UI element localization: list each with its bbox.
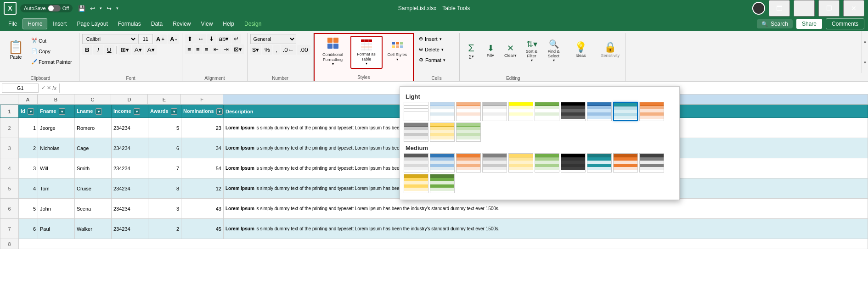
align-left-button[interactable]: ≡ <box>185 45 193 54</box>
conditional-formatting-button[interactable]: Conditional Formatting ▾ <box>317 36 349 67</box>
col-header-a[interactable]: A <box>18 95 38 104</box>
share-button[interactable]: Share <box>796 19 822 29</box>
cell-2-fname[interactable]: Jeorge <box>38 118 75 138</box>
format-as-table-button[interactable]: Format as Table ▾ <box>350 36 383 69</box>
fname-filter-btn[interactable]: ▾ <box>59 108 65 115</box>
menu-formulas[interactable]: Formulas <box>113 19 146 29</box>
cell-7-nominations[interactable]: 45 <box>181 219 224 239</box>
table-style-light-7[interactable] <box>561 102 586 121</box>
table-style-medium-1[interactable] <box>404 153 428 173</box>
table-style-light-6[interactable] <box>535 102 559 121</box>
name-box[interactable] <box>2 84 39 93</box>
table-style-light-3[interactable] <box>456 102 481 121</box>
font-color-button[interactable]: A▾ <box>145 45 157 55</box>
menu-design[interactable]: Design <box>240 19 266 29</box>
decrease-indent-button[interactable]: ⇤ <box>211 45 221 54</box>
orientation-button[interactable]: ab▾ <box>217 34 231 44</box>
cell-5-lname[interactable]: Cruise <box>75 178 112 199</box>
cell-5-id[interactable]: 4 <box>19 178 38 199</box>
autosave-switch[interactable] <box>48 5 61 11</box>
cell-7-awards[interactable]: 2 <box>148 219 181 239</box>
sort-filter-button[interactable]: ⇅▾ Sort &Filter ▾ <box>522 35 542 66</box>
menu-insert[interactable]: Insert <box>48 19 71 29</box>
cell-4-income[interactable]: 234234 <box>112 158 148 178</box>
cell-3-fname[interactable]: Nicholas <box>38 138 75 158</box>
function-fx[interactable]: fx <box>52 85 56 91</box>
cell-5-awards[interactable]: 8 <box>148 178 181 199</box>
search-box[interactable]: 🔍 Search <box>757 19 793 28</box>
table-style-medium-3[interactable] <box>456 153 481 173</box>
menu-help[interactable]: Help <box>218 19 239 29</box>
cell-4-nominations[interactable]: 54 <box>181 158 224 178</box>
function-x[interactable]: ✕ <box>47 85 51 91</box>
minimize-button[interactable]: — <box>794 0 815 17</box>
cell-7-lname[interactable]: Walker <box>75 219 112 239</box>
lname-filter-btn[interactable]: ▾ <box>96 108 102 115</box>
ribbon-display-options[interactable]: 🗖 <box>769 0 790 17</box>
middle-align-button[interactable]: ↔ <box>195 34 206 44</box>
font-family-select[interactable]: Calibri <box>82 34 137 44</box>
cell-3-lname[interactable]: Cage <box>75 138 112 158</box>
header-fname[interactable]: Fname ▾ <box>38 105 75 118</box>
cell-5-fname[interactable]: Tom <box>38 178 75 199</box>
format-painter-button[interactable]: 🖌️ Format Painter <box>29 57 74 67</box>
italic-button[interactable]: I <box>93 45 103 55</box>
profile-avatar[interactable] <box>752 2 765 15</box>
cut-button[interactable]: ✂️ Cut <box>29 36 74 45</box>
cell-8-empty[interactable] <box>19 239 868 249</box>
increase-font-button[interactable]: A+ <box>154 34 167 44</box>
cell-2-awards[interactable]: 5 <box>148 118 181 138</box>
table-style-light-8[interactable] <box>587 102 612 121</box>
align-center-button[interactable]: ≡ <box>194 45 202 54</box>
col-header-b[interactable]: B <box>38 95 74 104</box>
cell-6-fname[interactable]: John <box>38 199 75 219</box>
cell-6-awards[interactable]: 3 <box>148 199 181 219</box>
col-header-e[interactable]: E <box>148 95 181 104</box>
cell-7-id[interactable]: 6 <box>19 219 38 239</box>
table-style-medium-2[interactable] <box>430 153 455 173</box>
cell-3-income[interactable]: 234234 <box>112 138 148 158</box>
increase-indent-button[interactable]: ⇥ <box>221 45 231 54</box>
header-id[interactable]: Id ▾ <box>19 105 38 118</box>
delete-button[interactable]: ⊖ Delete ▾ <box>417 45 446 54</box>
increase-decimal-button[interactable]: .00 <box>297 45 310 55</box>
cell-3-nominations[interactable]: 34 <box>181 138 224 158</box>
cell-4-id[interactable]: 3 <box>19 158 38 178</box>
table-style-light-5[interactable] <box>508 102 533 121</box>
header-nominations[interactable]: Nominations ▾ <box>181 105 224 118</box>
cell-4-lname[interactable]: Smith <box>75 158 112 178</box>
cell-2-lname[interactable]: Romero <box>75 118 112 138</box>
merge-button[interactable]: ⊠▾ <box>231 45 244 54</box>
customize-qat[interactable]: ▾ <box>114 4 120 12</box>
table-style-light-2[interactable] <box>430 102 455 121</box>
table-style-light-1[interactable] <box>404 102 428 121</box>
table-style-light-4[interactable] <box>482 102 507 121</box>
align-right-button[interactable]: ≡ <box>203 45 211 54</box>
table-style-medium-7[interactable] <box>561 153 586 173</box>
table-style-medium-8[interactable] <box>587 153 612 173</box>
cell-3-awards[interactable]: 6 <box>148 138 181 158</box>
table-style-light-10[interactable] <box>639 102 664 121</box>
paste-button[interactable]: 📋 Paste <box>5 34 27 65</box>
decrease-font-button[interactable]: A- <box>168 34 179 44</box>
fill-color-button[interactable]: A▾ <box>132 45 144 55</box>
cell-6-lname[interactable]: Scena <box>75 199 112 219</box>
col-header-f[interactable]: F <box>181 95 223 104</box>
comma-button[interactable]: , <box>273 45 280 55</box>
find-select-button[interactable]: 🔍 Find &Select ▾ <box>544 35 564 66</box>
undo-dropdown[interactable]: ▾ <box>98 4 104 12</box>
cell-5-income[interactable]: 234234 <box>112 178 148 199</box>
borders-button[interactable]: ⊞▾ <box>118 45 131 55</box>
menu-home[interactable]: Home <box>23 18 47 29</box>
insert-button[interactable]: ⊕ Insert ▾ <box>417 34 444 44</box>
cell-3-id[interactable]: 2 <box>19 138 38 158</box>
format-button[interactable]: ⚙ Format ▾ <box>417 55 448 65</box>
table-style-medium-12[interactable] <box>430 174 455 193</box>
comments-button[interactable]: Comments <box>826 18 864 29</box>
cell-7-income[interactable]: 234234 <box>112 219 148 239</box>
cell-6-nominations[interactable]: 43 <box>181 199 224 219</box>
awards-filter-btn[interactable]: ▾ <box>171 108 177 115</box>
menu-review[interactable]: Review <box>168 19 195 29</box>
cell-styles-button[interactable]: Cell Styles ▾ <box>384 36 411 67</box>
copy-button[interactable]: 📄 Copy <box>29 46 74 56</box>
